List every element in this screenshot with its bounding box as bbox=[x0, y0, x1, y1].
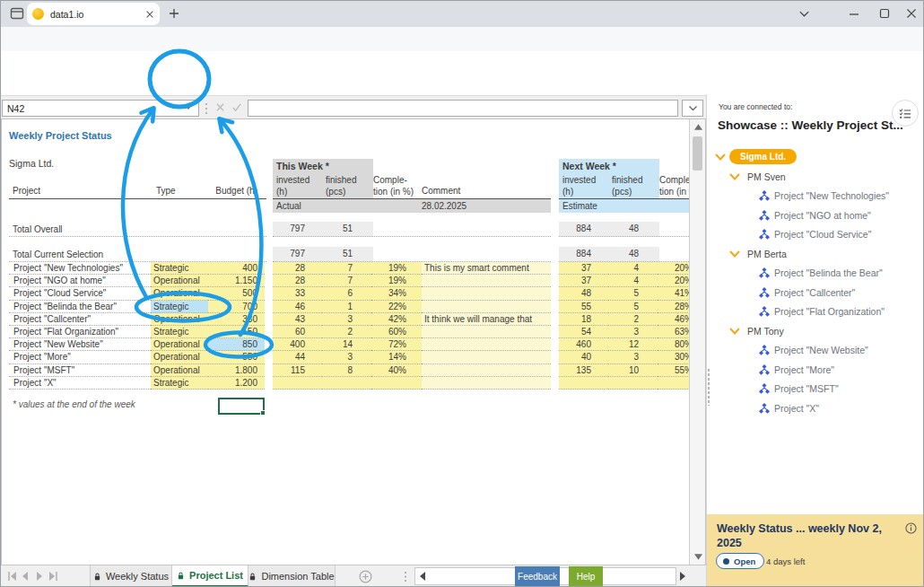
tab-manager-icon[interactable] bbox=[10, 6, 24, 21]
cell-budget[interactable]: 700 bbox=[208, 301, 265, 313]
cell-next-week-completion[interactable]: 63% bbox=[658, 326, 689, 338]
cell-next-week-completion[interactable]: 20% bbox=[658, 262, 689, 275]
cell-project[interactable]: Project "X" bbox=[9, 377, 151, 390]
cell-type[interactable]: Strategic bbox=[151, 262, 208, 275]
formula-input[interactable] bbox=[248, 100, 678, 117]
cell-next-week-completion[interactable]: 28% bbox=[658, 301, 689, 313]
cell-project[interactable]: Project "NGO at home" bbox=[9, 275, 151, 287]
cell-this-week-finished[interactable]: 6 bbox=[322, 287, 371, 300]
cell-this-week-invested[interactable]: 44 bbox=[273, 351, 322, 364]
cell-budget[interactable]: 500 bbox=[208, 287, 265, 300]
confirm-entry-icon[interactable] bbox=[231, 102, 242, 112]
selected-cell[interactable] bbox=[218, 398, 265, 415]
cell-this-week-completion[interactable]: 34% bbox=[371, 287, 422, 300]
chevron-down-icon[interactable] bbox=[729, 328, 740, 336]
tree-item-project[interactable]: Project "Flat Organization" bbox=[774, 306, 885, 317]
tree-item-project[interactable]: Project "New Website" bbox=[774, 345, 868, 355]
cell-project[interactable]: Project "New Technologies" bbox=[9, 262, 151, 275]
cell-next-week-finished[interactable]: 3 bbox=[608, 351, 658, 364]
cell-comment[interactable] bbox=[422, 377, 551, 390]
cell-comment[interactable] bbox=[422, 287, 551, 300]
cell-next-week-invested[interactable]: 55 bbox=[559, 301, 608, 313]
tab-weekly-status[interactable]: Weekly Status bbox=[90, 565, 172, 587]
cell-this-week-completion[interactable]: 72% bbox=[371, 338, 422, 351]
cell-next-week-invested[interactable]: 48 bbox=[559, 287, 608, 300]
cell-this-week-finished[interactable]: 14 bbox=[322, 338, 371, 351]
cell-this-week-completion[interactable]: 19% bbox=[371, 275, 422, 287]
cell-project[interactable]: Project "MSFT" bbox=[9, 364, 151, 377]
name-box-caret-icon[interactable] bbox=[185, 105, 192, 110]
tab-project-list[interactable]: Project List bbox=[172, 565, 248, 587]
tab-close-icon[interactable] bbox=[145, 10, 154, 19]
cell-next-week-finished[interactable]: 5 bbox=[608, 287, 658, 300]
cell-this-week-invested[interactable]: 28 bbox=[273, 275, 322, 287]
formula-bar-expand-button[interactable] bbox=[682, 100, 703, 117]
cell-next-week-finished[interactable]: 10 bbox=[608, 364, 658, 377]
cell-this-week-completion[interactable]: 22% bbox=[371, 301, 422, 313]
browser-tab[interactable]: data1.io bbox=[27, 3, 160, 25]
cell-budget[interactable]: 1.150 bbox=[208, 275, 265, 287]
cell-comment[interactable] bbox=[422, 275, 551, 287]
cell-project[interactable]: Project "New Website" bbox=[9, 338, 151, 351]
cell-this-week-finished[interactable] bbox=[322, 377, 371, 390]
cell-next-week-invested[interactable]: 135 bbox=[559, 364, 608, 377]
name-box[interactable]: N42 bbox=[2, 100, 199, 117]
cell-this-week-invested[interactable]: 33 bbox=[273, 287, 322, 300]
cell-this-week-completion[interactable]: 40% bbox=[371, 364, 422, 377]
cell-type[interactable]: Operational bbox=[151, 275, 208, 287]
cell-budget[interactable]: 1.800 bbox=[208, 364, 265, 377]
cell-next-week-completion[interactable]: 20% bbox=[658, 275, 689, 287]
cell-next-week-finished[interactable]: 12 bbox=[608, 338, 658, 351]
cell-comment[interactable]: It think we will manage that bbox=[422, 313, 551, 326]
cell-next-week-finished[interactable]: 2 bbox=[608, 313, 658, 326]
info-icon[interactable] bbox=[905, 522, 917, 534]
cell-this-week-finished[interactable]: 8 bbox=[322, 364, 371, 377]
cancel-entry-icon[interactable] bbox=[215, 102, 225, 112]
cell-this-week-completion[interactable]: 19% bbox=[371, 262, 422, 275]
cell-this-week-invested[interactable]: 400 bbox=[273, 338, 322, 351]
cell-this-week-completion[interactable] bbox=[371, 377, 422, 390]
tree-item-project[interactable]: Project "More" bbox=[774, 364, 834, 375]
vertical-scrollbar[interactable] bbox=[689, 119, 705, 565]
scroll-right-icon[interactable] bbox=[679, 572, 686, 581]
chevron-down-icon[interactable] bbox=[729, 173, 740, 181]
cell-project[interactable]: Project "More" bbox=[9, 351, 151, 364]
vertical-scroll-thumb[interactable] bbox=[693, 136, 702, 171]
cell-next-week-invested[interactable]: 54 bbox=[559, 326, 608, 338]
cell-this-week-finished[interactable]: 7 bbox=[322, 262, 371, 275]
cell-next-week-completion[interactable]: 46% bbox=[658, 313, 689, 326]
spreadsheet-viewport[interactable]: Weekly Project Status Sigma Ltd. This We… bbox=[2, 119, 689, 564]
cell-type[interactable]: Operational bbox=[151, 351, 208, 364]
cell-next-week-invested[interactable]: 37 bbox=[559, 275, 608, 287]
chevron-down-icon[interactable] bbox=[729, 250, 740, 258]
cell-comment[interactable] bbox=[422, 338, 551, 351]
tree-item-project[interactable]: Project "Cloud Service" bbox=[774, 229, 871, 240]
prev-sheet-icon[interactable] bbox=[22, 572, 29, 581]
cell-next-week-completion[interactable]: 55% bbox=[658, 364, 689, 377]
cell-next-week-invested[interactable] bbox=[559, 377, 608, 390]
tree-root-sigma[interactable]: Sigma Ltd. bbox=[729, 149, 797, 164]
cell-this-week-invested[interactable]: 60 bbox=[273, 326, 322, 338]
cell-budget[interactable]: 400 bbox=[208, 262, 265, 275]
tree-item-project[interactable]: Project "Callcenter" bbox=[774, 287, 855, 298]
tree-item-project[interactable]: Project "MSFT" bbox=[774, 383, 839, 394]
tree-item-project[interactable]: Project "X" bbox=[774, 403, 819, 414]
cell-project[interactable]: Project "Cloud Service" bbox=[9, 287, 151, 300]
new-tab-button[interactable] bbox=[169, 8, 179, 19]
cell-this-week-invested[interactable] bbox=[273, 377, 322, 390]
panel-resize-grip[interactable] bbox=[707, 368, 710, 406]
cell-this-week-invested[interactable]: 43 bbox=[273, 313, 322, 326]
tree-item-pm-sven[interactable]: PM Sven bbox=[747, 171, 786, 182]
scroll-up-icon[interactable] bbox=[690, 119, 706, 134]
cell-this-week-finished[interactable]: 1 bbox=[322, 301, 371, 313]
cell-next-week-invested[interactable]: 460 bbox=[559, 338, 608, 351]
tab-dimension-table[interactable]: Dimension Table bbox=[248, 565, 336, 587]
tree-item-project[interactable]: Project "NGO at home" bbox=[774, 210, 871, 221]
cell-next-week-invested[interactable]: 18 bbox=[559, 313, 608, 326]
status-badge[interactable]: Open bbox=[716, 553, 764, 569]
cell-comment[interactable] bbox=[422, 351, 551, 364]
cell-next-week-invested[interactable]: 40 bbox=[559, 351, 608, 364]
first-sheet-icon[interactable] bbox=[7, 572, 17, 581]
chevron-down-icon[interactable] bbox=[715, 153, 726, 162]
cell-budget[interactable]: 150 bbox=[208, 326, 265, 338]
